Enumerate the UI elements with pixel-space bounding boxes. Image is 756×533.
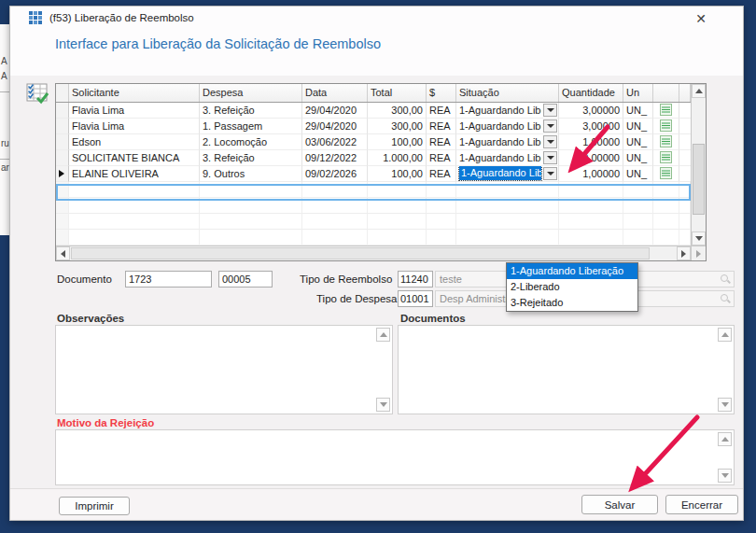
cell-quantidade: 3,00000 [559,103,623,119]
table-row[interactable]: ELAINE OLIVEIRA9. Outros09/02/2026100,00… [56,166,691,182]
cell-data: 09/02/2026 [302,166,368,182]
scroll-left-icon[interactable] [56,246,70,260]
scroll-down-icon[interactable] [718,469,732,483]
cell-situacao[interactable]: 1-Aguardando Libe [456,134,559,150]
empty-table-row [56,198,691,214]
scroll-up-icon[interactable] [718,328,732,342]
cell-un: UN_ [623,103,653,119]
close-icon[interactable]: ✕ [693,10,709,27]
bg-fragment-divider [0,159,9,160]
imprimir-button[interactable]: Imprimir [59,497,130,515]
cell-solicitante: SOLICITANTE BIANCA [69,150,200,166]
vertical-scroll-thumb[interactable] [693,144,705,215]
scroll-down-icon[interactable] [376,398,390,412]
empty-table-row [56,230,691,245]
situacao-dropdown-button[interactable] [543,135,557,148]
situacao-dropdown-button[interactable] [543,104,557,117]
motivo-rejeicao-textarea[interactable] [55,429,735,485]
cell-moeda: REA [427,103,456,119]
documento-input[interactable] [125,271,212,288]
col-header-data[interactable]: Data [302,84,368,102]
documentos-textarea[interactable] [398,325,735,414]
table-row[interactable]: Edson2. Locomoção03/06/2022100,00REA1-Ag… [56,134,691,150]
situacao-dropdown-button[interactable] [543,167,557,180]
cell-un: UN_ [623,134,653,150]
table-vertical-scrollbar[interactable] [691,84,706,245]
table-row[interactable]: Flavia Lima3. Refeição29/04/2020300,00RE… [56,103,691,119]
sheet-icon[interactable] [660,119,672,132]
cell-data: 09/12/2022 [302,150,368,166]
situacao-dropdown-button[interactable] [543,151,557,164]
motivo-rejeicao-label: Motivo da Rejeição [57,417,154,428]
dropdown-option[interactable]: 2-Liberado [507,279,637,295]
encerrar-button[interactable]: Encerrar [665,495,738,514]
dropdown-option[interactable]: 3-Rejeitado [507,295,637,311]
scroll-right-icon[interactable] [677,246,691,260]
table-row[interactable]: SOLICITANTE BIANCA3. Refeição09/12/20221… [56,150,691,166]
observacoes-textarea[interactable] [55,325,393,414]
cell-quantidade: 1,00000 [559,134,623,150]
sheet-icon[interactable] [660,151,672,163]
scrollbar-corner [691,245,706,260]
col-header-quantidade[interactable]: Quantidade [559,84,623,102]
background-window-fragment: A A ru ar [0,24,9,235]
tipo-reembolso-desc: teste [440,274,462,285]
col-header-selector [56,84,69,102]
cell-situacao[interactable]: 1-Aguardando Lib [456,166,559,182]
documento-seq-input[interactable] [218,271,273,288]
scroll-down-icon[interactable] [718,398,732,412]
cell-quantidade: 1,00000 [559,166,623,182]
sheet-icon[interactable] [660,167,672,179]
col-header-total[interactable]: Total [368,84,427,102]
cell-total: 1.000,00 [368,150,427,166]
situacao-dropdown-button[interactable] [543,119,557,133]
cell-quantidade: 10,00000 [559,150,623,166]
horizontal-scroll-thumb[interactable] [71,247,650,259]
cell-situacao[interactable]: 1-Aguardando Libe [456,119,559,134]
bg-fragment-text: A [1,56,7,66]
search-icon[interactable] [721,274,731,285]
tipo-despesa-input[interactable] [398,290,433,307]
scroll-down-icon[interactable] [692,231,706,245]
cell-situacao[interactable]: 1-Aguardando Libe [456,150,559,166]
cell-total: 300,00 [368,119,427,134]
cell-un: UN_ [623,166,653,182]
cell-moeda: REA [427,119,456,134]
tipo-despesa-label: Tipo de Despesa [316,293,398,304]
bg-fragment-divider [0,91,9,92]
scroll-up-icon[interactable] [376,328,390,342]
tipo-reembolso-input[interactable] [398,271,433,288]
bg-fragment-text: ru [1,138,9,148]
cell-solicitante: Flavia Lima [69,119,200,134]
sheet-icon[interactable] [660,135,672,147]
cell-un: UN_ [623,150,653,166]
cell-solicitante: Edson [69,134,200,150]
table-row[interactable]: Flavia Lima1. Passagem29/04/2020300,00RE… [56,119,691,134]
screenshot-stage: A A ru ar (f53) Liberação de Reembolso ✕… [0,0,756,533]
table-header-row: Solicitante Despesa Data Total $ Situaçã… [56,84,691,103]
cell-situacao[interactable]: 1-Aguardando Libe [456,103,559,119]
observacoes-label: Observações [57,313,124,324]
scroll-up-icon[interactable] [692,84,706,98]
scroll-up-icon[interactable] [718,432,732,446]
col-header-un[interactable]: Un [623,84,653,102]
col-header-situacao[interactable]: Situação [456,84,559,102]
page-title: Interface para Liberação da Solicitação … [55,36,381,51]
col-header-icon [653,84,679,102]
cell-total: 100,00 [368,166,427,182]
search-icon[interactable] [721,294,731,304]
cell-quantidade: 3,00000 [559,119,623,134]
cell-despesa: 9. Outros [200,166,302,182]
col-header-despesa[interactable]: Despesa [200,84,302,102]
grid-check-icon [26,82,49,105]
salvar-button[interactable]: Salvar [581,495,658,514]
table-horizontal-scrollbar[interactable] [56,245,691,260]
cell-despesa: 1. Passagem [200,119,302,134]
col-header-moeda[interactable]: $ [427,84,456,102]
sheet-icon[interactable] [660,104,672,116]
dropdown-option[interactable]: 1-Aguardando Liberação [507,263,637,279]
cell-despesa: 2. Locomoção [200,134,302,150]
documentos-label: Documentos [400,313,466,324]
col-header-solicitante[interactable]: Solicitante [69,84,200,102]
cell-total: 300,00 [368,103,427,119]
